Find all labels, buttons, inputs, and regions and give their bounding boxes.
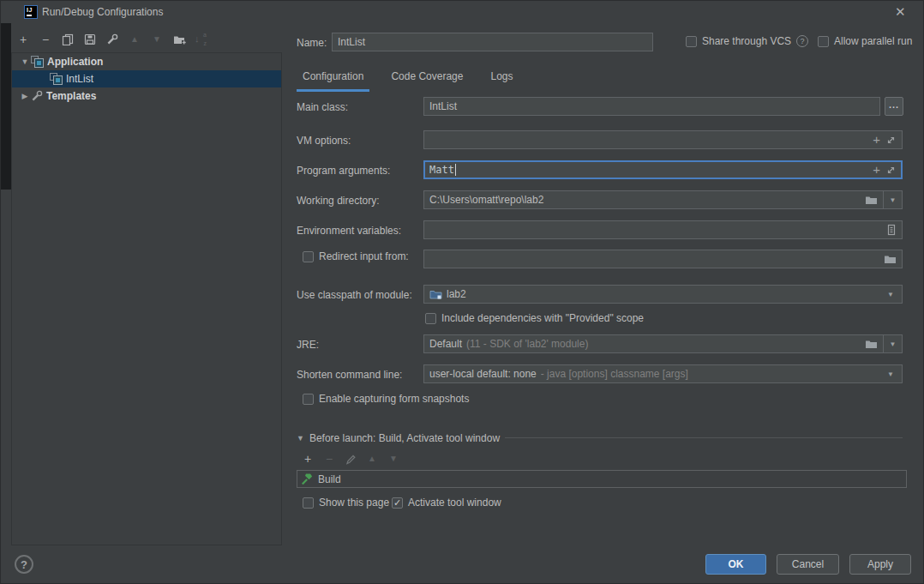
redirect-input-label: Redirect input from: (319, 250, 409, 262)
form-snapshots-checkbox[interactable] (303, 394, 314, 405)
before-launch-toolbar: + − ▲ ▼ (301, 452, 400, 466)
hammer-icon (301, 473, 314, 485)
configurations-tree: ▼ Application IntList ▶ Templates (11, 52, 282, 545)
move-task-up-icon: ▲ (365, 452, 379, 466)
close-icon[interactable]: ✕ (895, 4, 906, 20)
chevron-down-icon[interactable]: ▼ (885, 370, 897, 378)
help-button[interactable]: ? (15, 555, 33, 574)
title-bar: IJ Run/Debug Configurations ✕ (1, 1, 923, 23)
tree-item-label: IntList (66, 73, 93, 85)
move-task-down-icon: ▼ (387, 452, 400, 466)
main-class-label: Main class: (297, 101, 348, 113)
sort-configurations-icon: ↓ a z (195, 33, 208, 46)
jre-label: JRE: (297, 339, 319, 351)
main-class-browse-button[interactable]: ... (885, 97, 903, 116)
chevron-down-icon[interactable]: ▼ (883, 335, 902, 352)
folder-icon[interactable] (884, 254, 897, 265)
tree-item-templates[interactable]: ▶ Templates (12, 87, 281, 105)
working-directory-input[interactable]: C:\Users\omatt\repo\lab2 ▼ (423, 190, 903, 209)
chevron-down-icon[interactable]: ▼ (19, 57, 31, 66)
vm-options-label: VM options: (297, 135, 351, 147)
intellij-logo-bar (27, 15, 32, 16)
edit-task-pencil-icon (344, 452, 357, 466)
working-directory-label: Working directory: (297, 195, 379, 207)
cancel-button[interactable]: Cancel (777, 554, 839, 575)
intellij-logo-icon: IJ (24, 5, 38, 19)
folder-icon[interactable] (865, 339, 878, 350)
show-this-page-label: Show this page (319, 497, 389, 509)
copy-configuration-icon[interactable] (61, 33, 75, 46)
share-vcs-row: Share through VCS ? (686, 35, 808, 47)
provided-scope-label: Include dependencies with "Provided" sco… (441, 312, 644, 324)
show-this-page-checkbox[interactable] (303, 497, 314, 509)
ok-button[interactable]: OK (705, 554, 766, 575)
before-launch-header[interactable]: ▼ Before launch: Build, Activate tool wi… (297, 432, 500, 444)
new-folder-icon[interactable] (172, 33, 186, 46)
save-configuration-icon[interactable] (83, 33, 97, 46)
tree-item-label: Application (47, 56, 103, 68)
add-task-button[interactable]: + (301, 452, 315, 466)
form-snapshots-row: Enable capturing form snapshots (303, 393, 469, 405)
share-vcs-checkbox[interactable] (686, 36, 697, 47)
remove-task-icon: − (322, 452, 336, 466)
add-icon[interactable]: + (873, 164, 880, 176)
classpath-module-label: Use classpath of module: (297, 289, 412, 301)
vcs-help-icon[interactable]: ? (796, 35, 808, 47)
jre-select[interactable]: Default (11 - SDK of 'lab2' module) ▼ (423, 334, 903, 353)
tree-item-intlist[interactable]: IntList (12, 70, 281, 87)
chevron-right-icon[interactable]: ▶ (19, 92, 31, 100)
before-launch-task-build[interactable]: Build (297, 470, 907, 488)
activate-tool-window-label: Activate tool window (408, 497, 501, 509)
add-icon[interactable]: + (873, 134, 880, 146)
text-caret (455, 164, 456, 176)
check-icon: ✓ (393, 498, 401, 508)
browse-variables-icon[interactable] (886, 224, 897, 236)
shorten-command-select[interactable]: user-local default: none - java [options… (423, 364, 903, 383)
provided-scope-checkbox[interactable] (425, 313, 436, 324)
edit-templates-wrench-icon[interactable] (105, 33, 119, 46)
before-launch-separator (505, 437, 903, 438)
application-icon (31, 56, 44, 68)
name-label: Name: (297, 37, 327, 49)
task-label: Build (318, 473, 341, 485)
remove-configuration-button[interactable]: − (39, 33, 52, 46)
expand-field-icon[interactable] (885, 165, 897, 176)
name-input[interactable]: IntList (332, 33, 653, 51)
main-class-input[interactable]: IntList (423, 97, 880, 116)
application-icon (50, 73, 63, 85)
templates-wrench-icon (31, 90, 43, 102)
activate-tool-window-checkbox[interactable]: ✓ (392, 497, 403, 509)
run-debug-configurations-dialog: IJ Run/Debug Configurations ✕ + − (0, 0, 924, 584)
allow-parallel-row: Allow parallel run (818, 35, 912, 47)
tab-code-coverage[interactable]: Code Coverage (385, 68, 469, 92)
move-up-icon: ▲ (128, 33, 141, 46)
tree-item-application[interactable]: ▼ Application (12, 53, 281, 70)
move-down-icon: ▼ (150, 33, 164, 46)
add-configuration-button[interactable]: + (16, 33, 30, 46)
environment-variables-label: Environment variables: (297, 225, 401, 237)
form-snapshots-label: Enable capturing form snapshots (319, 393, 469, 405)
shorten-command-label: Shorten command line: (297, 369, 402, 381)
environment-variables-input[interactable] (423, 220, 903, 239)
chevron-down-icon[interactable]: ▼ (297, 434, 304, 443)
apply-button[interactable]: Apply (849, 554, 911, 575)
window-title: Run/Debug Configurations (42, 6, 163, 18)
allow-parallel-label: Allow parallel run (834, 35, 912, 47)
program-arguments-input[interactable]: Matt + (423, 160, 903, 179)
redirect-input-checkbox[interactable] (303, 251, 314, 262)
vm-options-input[interactable]: + (423, 130, 903, 149)
allow-parallel-checkbox[interactable] (818, 36, 829, 47)
classpath-module-select[interactable]: lab2 ▼ (423, 285, 903, 304)
chevron-down-icon[interactable]: ▼ (883, 191, 902, 208)
tab-bar: Configuration Code Coverage Logs (297, 68, 519, 92)
redirect-input-field[interactable] (423, 250, 903, 268)
chevron-down-icon[interactable]: ▼ (885, 291, 897, 298)
program-arguments-label: Program arguments: (297, 165, 390, 177)
provided-scope-row: Include dependencies with "Provided" sco… (425, 312, 644, 324)
expand-field-icon[interactable] (885, 135, 897, 146)
left-edge-strip (1, 23, 11, 190)
tab-logs[interactable]: Logs (484, 68, 519, 92)
folder-icon[interactable] (865, 195, 878, 206)
tab-configuration[interactable]: Configuration (297, 68, 369, 92)
intellij-logo-text: IJ (27, 7, 33, 13)
